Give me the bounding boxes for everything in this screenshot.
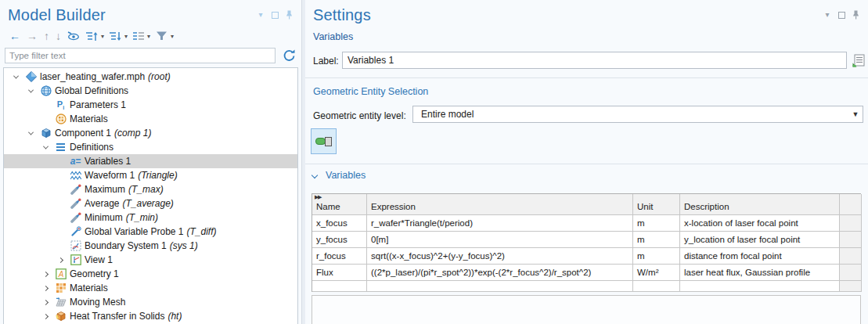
- tree-item-tag: (T_min): [126, 212, 158, 223]
- cell-name[interactable]: Flux: [312, 265, 367, 281]
- tree-item-global-variable-probe[interactable]: Global Variable Probe 1 (T_diff): [4, 225, 297, 239]
- chevron-down-icon[interactable]: [23, 131, 38, 135]
- tree-item-label: Definitions: [70, 142, 113, 153]
- tree-item-maximum[interactable]: Maximum (T_max): [4, 182, 297, 196]
- chevron-right-icon[interactable]: [38, 272, 53, 276]
- cell-expression-empty[interactable]: [367, 281, 633, 292]
- tree-item-heat-transfer[interactable]: Heat Transfer in Solids (ht): [4, 309, 297, 323]
- chevron-right-icon[interactable]: [53, 258, 68, 262]
- cell-description[interactable]: x-location of laser focal point: [680, 215, 840, 232]
- restore-icon[interactable]: [837, 10, 846, 20]
- cell-unit[interactable]: m: [633, 215, 680, 232]
- tree-item-global-definitions[interactable]: Global Definitions: [4, 84, 297, 98]
- cell-name[interactable]: y_focus: [312, 232, 367, 248]
- cell-description[interactable]: distance from focal point: [680, 248, 840, 265]
- tree-item-boundary-system[interactable]: Boundary System 1 (sys 1): [4, 239, 297, 253]
- collapse-all-icon[interactable]: [106, 28, 124, 44]
- filter-icon[interactable]: [153, 28, 171, 44]
- tree-item-view[interactable]: View 1: [4, 253, 297, 267]
- filter-menu-icon[interactable]: ▾: [171, 33, 176, 40]
- model-builder-title: Model Builder: [8, 6, 106, 24]
- collapse-all-menu-icon[interactable]: ▾: [124, 33, 130, 40]
- cell-description[interactable]: laser heat flux, Gaussian profile: [680, 265, 840, 281]
- tree-item-materials-global[interactable]: Materials: [4, 112, 297, 126]
- move-down-icon[interactable]: ↓: [52, 28, 64, 44]
- expand-all-menu-icon[interactable]: ▾: [101, 33, 106, 40]
- cell-expression[interactable]: sqrt((x-x_focus)^2+(y-y_focus)^2): [367, 248, 633, 265]
- tree-item-component[interactable]: Component 1 (comp 1): [4, 126, 297, 140]
- restore-icon[interactable]: [270, 10, 279, 20]
- cell-unit[interactable]: m: [633, 232, 680, 248]
- cell-extra[interactable]: [840, 215, 862, 232]
- cell-expression[interactable]: r_wafer*Triangle(t/period): [367, 215, 633, 232]
- tree-item-minimum[interactable]: Minimum (T_min): [4, 211, 297, 225]
- pin-icon[interactable]: [851, 10, 860, 20]
- back-icon[interactable]: ←: [6, 28, 23, 44]
- cell-expression[interactable]: 0[m]: [367, 232, 633, 248]
- tree-item-geometry[interactable]: A Geometry 1: [4, 267, 297, 281]
- cell-name[interactable]: x_focus: [312, 215, 367, 232]
- active-toggle-button[interactable]: [311, 128, 337, 154]
- tree-item-tag: (root): [148, 71, 171, 82]
- chevron-right-icon[interactable]: [38, 286, 53, 290]
- tree-item-waveform[interactable]: Waveform 1 (Triangle): [4, 168, 297, 182]
- tree-item-tag: (ht): [167, 311, 182, 322]
- cell-description-empty[interactable]: [680, 281, 840, 292]
- variables-section-title[interactable]: Variables: [326, 170, 366, 181]
- tree-item-moving-mesh[interactable]: Moving Mesh: [4, 295, 297, 309]
- cell-extra[interactable]: [840, 265, 862, 281]
- panel-menu-icon[interactable]: ▾: [823, 10, 832, 20]
- model-tree-node-text-icon[interactable]: [130, 28, 147, 44]
- entity-level-select[interactable]: Entire model ▼: [412, 106, 863, 123]
- tree-item-variables[interactable]: a= Variables 1: [4, 154, 297, 168]
- expand-all-icon[interactable]: [83, 28, 101, 44]
- label-input[interactable]: [342, 52, 847, 69]
- cell-extra[interactable]: [840, 248, 862, 265]
- expand-columns-icon[interactable]: ▶▶: [315, 194, 321, 200]
- variables-table: ▶▶ Name Expression Unit Description x_fo…: [312, 193, 861, 292]
- pin-icon[interactable]: [284, 10, 294, 20]
- chevron-down-icon[interactable]: [9, 75, 23, 79]
- tree-item-label: Materials: [70, 283, 108, 293]
- cell-extra-empty[interactable]: [840, 281, 862, 292]
- tree-item-parameters[interactable]: Pi Parameters 1: [4, 98, 297, 112]
- rename-button[interactable]: [851, 51, 866, 70]
- component-icon: [38, 127, 53, 139]
- parameters-icon: Pi: [53, 99, 68, 111]
- cell-name[interactable]: r_focus: [312, 248, 367, 265]
- cell-description[interactable]: y_location of laser focal point: [680, 232, 840, 248]
- materials-icon: [53, 113, 68, 125]
- tree-item-materials-component[interactable]: Materials: [4, 281, 297, 295]
- cell-unit[interactable]: m: [633, 248, 680, 265]
- label-field-label: Label:: [313, 56, 339, 67]
- chevron-down-icon: ▼: [848, 110, 863, 118]
- cell-expression[interactable]: ((2*p_laser)/(pi*r_spot^2))*exp(-(2*r_fo…: [367, 265, 633, 281]
- chevron-down-icon[interactable]: [38, 146, 53, 149]
- collapse-section-icon[interactable]: [312, 172, 318, 178]
- table-empty-area: [312, 295, 861, 324]
- tree-filter-input[interactable]: [5, 48, 276, 63]
- tree-item-tag: (comp 1): [114, 128, 151, 139]
- probe-icon: [68, 183, 83, 196]
- panel-menu-icon[interactable]: ▾: [256, 10, 265, 20]
- tree-item-average[interactable]: Average (T_average): [4, 196, 297, 211]
- cell-unit[interactable]: W/m²: [633, 265, 680, 281]
- forward-icon[interactable]: →: [23, 28, 41, 44]
- show-icon[interactable]: [64, 28, 83, 44]
- node-text-menu-icon[interactable]: ▾: [147, 33, 153, 40]
- tree-item-root[interactable]: laser_heating_wafer.mph (root): [4, 70, 297, 84]
- tree-item-label: Moving Mesh: [70, 297, 125, 308]
- cell-name-empty[interactable]: [312, 281, 367, 292]
- tree-item-label: laser_heating_wafer.mph: [40, 71, 145, 82]
- refresh-icon[interactable]: [280, 47, 297, 64]
- tree-item-label: Boundary System 1: [85, 240, 167, 251]
- chevron-down-icon[interactable]: [23, 89, 38, 93]
- chevron-right-icon[interactable]: [38, 315, 53, 319]
- cell-extra[interactable]: [840, 232, 862, 248]
- tree-item-tag: (T_average): [122, 198, 173, 209]
- chevron-right-icon[interactable]: [38, 301, 53, 304]
- cell-unit-empty[interactable]: [633, 281, 680, 292]
- move-up-icon[interactable]: ↑: [41, 28, 52, 44]
- tree-item-label: Waveform 1: [85, 170, 135, 181]
- tree-item-definitions[interactable]: Definitions: [4, 140, 297, 154]
